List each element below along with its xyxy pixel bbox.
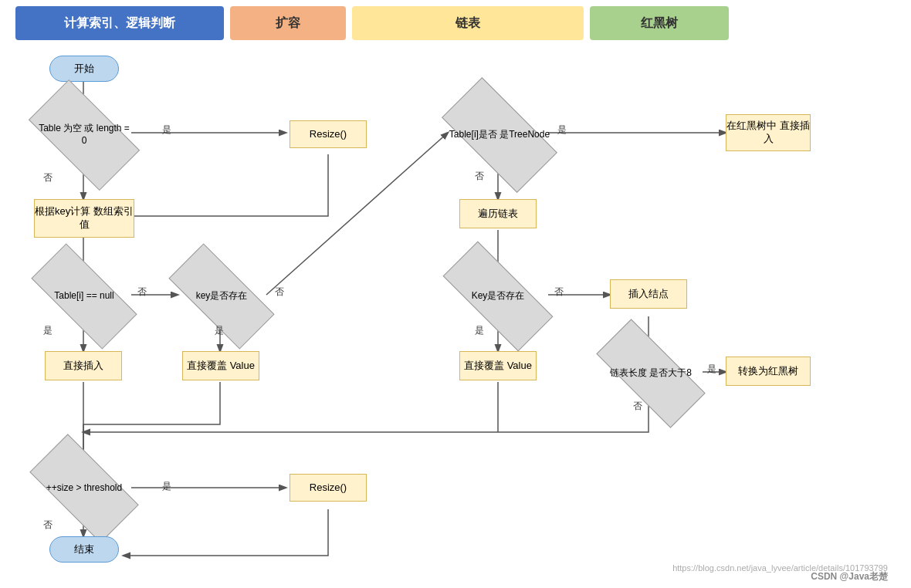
table-empty-diamond: Table 为空 或 length = 0: [34, 106, 134, 164]
insert-node-box: 插入结点: [610, 279, 687, 309]
label-no-treenode: 否: [475, 170, 484, 183]
key-exists2-diamond: Key是否存在: [445, 272, 551, 321]
label-no-table-null: 否: [137, 286, 147, 299]
label-no-size-check: 否: [43, 519, 52, 532]
size-check-diamond: ++size > threshold: [34, 461, 134, 515]
diagram-container: 计算索引、逻辑判断 扩容 链表 红黑树: [0, 0, 911, 588]
resize2-box: Resize(): [290, 474, 367, 502]
list-len-check-diamond: 链表长度 是否大于8: [598, 349, 703, 398]
direct-insert1-box: 直接插入: [45, 351, 122, 380]
calc-index-box: 根据key计算 数组索引值: [34, 199, 134, 238]
label-yes-key-exists: 是: [215, 324, 224, 337]
traverse-list-box: 遍历链表: [459, 199, 537, 228]
direct-insert-rbt-box: 在红黑树中 直接插入: [726, 114, 811, 151]
label-no-list-len: 否: [633, 400, 642, 413]
svg-line-7: [266, 133, 448, 295]
header-col-1: 计算索引、逻辑判断: [15, 6, 224, 40]
direct-cover2-box: 直接覆盖 Value: [459, 351, 537, 380]
header-col-4: 红黑树: [590, 6, 729, 40]
end-node: 结束: [49, 536, 119, 563]
label-yes-key-exists2: 是: [475, 324, 484, 337]
header-col-2: 扩容: [230, 6, 346, 40]
convert-rbt-box: 转换为红黑树: [726, 357, 811, 386]
label-no-key-exists2: 否: [554, 286, 564, 299]
label-no-table-empty: 否: [43, 171, 52, 184]
label-yes-list-len: 是: [707, 363, 716, 376]
label-yes-treenode: 是: [557, 123, 567, 137]
key-exists-diamond: key是否存在: [171, 272, 272, 321]
label-no-key-exists: 否: [275, 286, 284, 299]
table-null-diamond: Table[i] == null: [34, 272, 134, 321]
table-treenode-diamond: Table[i]是否 是TreeNode: [446, 106, 553, 164]
header-col-3: 链表: [352, 6, 584, 40]
watermark-author: CSDN @Java老楚: [811, 570, 888, 583]
label-yes-table-empty: 是: [162, 123, 171, 137]
start-node: 开始: [49, 56, 119, 82]
direct-cover1-box: 直接覆盖 Value: [182, 351, 259, 380]
label-yes-size-check: 是: [162, 480, 171, 493]
resize1-box: Resize(): [290, 120, 367, 148]
header-row: 计算索引、逻辑判断 扩容 链表 红黑树: [0, 6, 911, 40]
label-yes-table-null: 是: [43, 324, 52, 337]
